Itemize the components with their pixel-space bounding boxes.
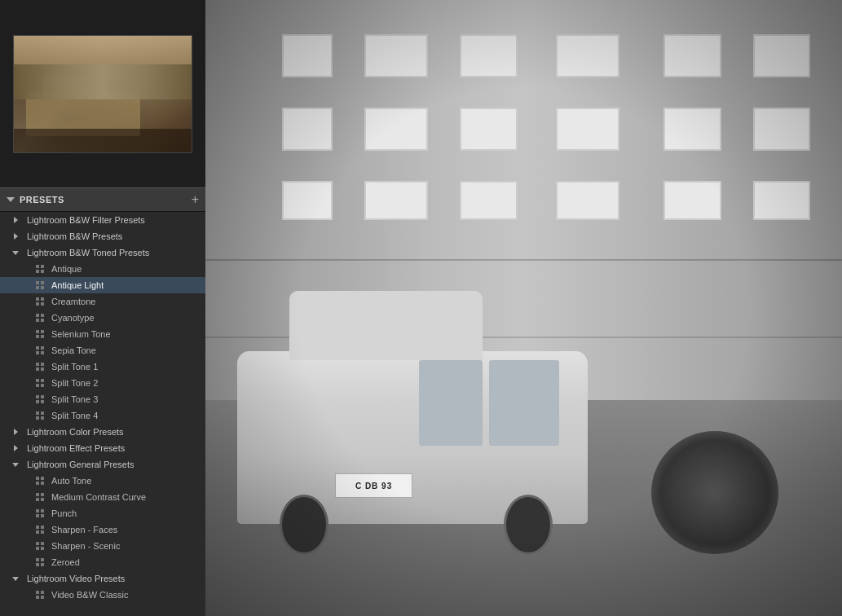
svg-rect-64 [36, 591, 39, 594]
tree-item-split-tone-2[interactable]: Split Tone 2 [0, 375, 205, 391]
svg-rect-9 [41, 297, 44, 301]
preset-icon [34, 329, 46, 339]
main-content: C DB 93 [205, 0, 842, 616]
tree-item-bw-presets[interactable]: Lightroom B&W Presets [0, 228, 205, 244]
window [460, 108, 517, 151]
window [753, 108, 810, 151]
tree-item-punch[interactable]: Punch [0, 505, 205, 521]
tree-preset-label: Split Tone 3 [48, 394, 98, 404]
svg-rect-36 [36, 411, 39, 415]
car-window-front [489, 360, 559, 447]
svg-rect-35 [41, 400, 44, 403]
svg-rect-43 [41, 482, 44, 485]
svg-rect-65 [41, 591, 44, 594]
tree-item-antique-light[interactable]: Antique Light [0, 277, 205, 293]
window [460, 34, 517, 77]
svg-rect-46 [36, 498, 39, 501]
window [282, 108, 333, 151]
preset-icon [34, 492, 46, 502]
tree-item-bw-filter[interactable]: Lightroom B&W Filter Presets [0, 212, 205, 228]
preset-icon [34, 345, 46, 355]
tree-item-video-presets[interactable]: Lightroom Video Presets [0, 570, 205, 587]
svg-rect-57 [41, 542, 44, 545]
svg-rect-19 [41, 335, 44, 338]
tree-preset-label: Selenium Tone [48, 329, 111, 339]
tree-item-auto-tone[interactable]: Auto Tone [0, 473, 205, 489]
tree-item-creamtone[interactable]: Creamtone [0, 293, 205, 310]
thumbnail-area [0, 0, 205, 187]
tree-preset-label: Sharpen - Faces [48, 525, 117, 535]
car-wheel-front [504, 495, 553, 555]
tree-item-video-bw-classic[interactable]: Video B&W Classic [0, 587, 205, 603]
svg-rect-3 [41, 270, 44, 273]
preset-icon [34, 590, 46, 600]
tree-preset-label: Creamtone [48, 297, 95, 306]
tree-toggle-icon [10, 247, 21, 258]
tree-item-split-tone-1[interactable]: Split Tone 1 [0, 359, 205, 375]
add-preset-button[interactable]: + [192, 193, 199, 206]
svg-rect-39 [41, 416, 44, 420]
svg-rect-26 [36, 367, 39, 371]
tree-toggle-icon [10, 442, 21, 454]
svg-rect-54 [36, 530, 39, 534]
tree-item-general-presets[interactable]: Lightroom General Presets [0, 456, 205, 473]
window [556, 181, 619, 220]
svg-rect-40 [36, 477, 39, 480]
preset-icon [34, 541, 46, 551]
svg-rect-60 [36, 558, 39, 561]
tree-preset-label: Cyanotype [48, 313, 95, 323]
tree-item-sharpen-scenic[interactable]: Sharpen - Scenic [0, 538, 205, 554]
sidebar: Presets + Lightroom B&W Filter PresetsLi… [0, 0, 205, 616]
tree-item-selenium-tone[interactable]: Selenium Tone [0, 326, 205, 342]
presets-tree: Lightroom B&W Filter PresetsLightroom B&… [0, 212, 205, 603]
svg-rect-24 [36, 363, 39, 366]
tree-item-split-tone-4[interactable]: Split Tone 4 [0, 407, 205, 424]
tree-item-sepia-tone[interactable]: Sepia Tone [0, 342, 205, 359]
tree-preset-label: Sharpen - Scenic [48, 541, 120, 551]
svg-rect-55 [41, 530, 44, 534]
svg-rect-41 [41, 477, 44, 480]
tree-item-effect-presets[interactable]: Lightroom Effect Presets [0, 440, 205, 456]
tree-item-split-tone-3[interactable]: Split Tone 3 [0, 391, 205, 407]
bw-photo: C DB 93 [205, 0, 842, 616]
svg-rect-33 [41, 395, 44, 398]
tree-item-color-presets[interactable]: Lightroom Color Presets [0, 424, 205, 440]
svg-rect-7 [41, 286, 44, 289]
preset-icon [34, 508, 46, 518]
panel-header-left: Presets [7, 195, 64, 205]
svg-rect-63 [41, 563, 44, 566]
svg-rect-29 [41, 379, 44, 382]
window [364, 34, 428, 77]
tree-item-cyanotype[interactable]: Cyanotype [0, 310, 205, 326]
svg-rect-62 [36, 563, 39, 566]
tree-group-label: Lightroom Effect Presets [24, 443, 125, 453]
car: C DB 93 [237, 351, 588, 524]
svg-rect-15 [41, 319, 44, 322]
window [753, 34, 810, 77]
window [663, 34, 721, 77]
window [364, 181, 428, 220]
tree-item-antique[interactable]: Antique [0, 261, 205, 277]
svg-rect-48 [36, 509, 39, 513]
tree-preset-label: Sepia Tone [48, 345, 96, 355]
tree-toggle-icon [10, 214, 21, 226]
tree-group-label: Lightroom B&W Filter Presets [24, 215, 145, 225]
tree-preset-label: Antique Light [48, 280, 104, 290]
svg-rect-28 [36, 379, 39, 382]
preset-icon [34, 394, 46, 404]
svg-rect-18 [36, 335, 39, 338]
svg-rect-11 [41, 302, 44, 306]
window [556, 108, 619, 151]
preset-icon [34, 264, 46, 274]
tree-item-zeroed[interactable]: Zeroed [0, 554, 205, 570]
presets-panel-header[interactable]: Presets + [0, 187, 205, 212]
svg-rect-17 [41, 330, 44, 333]
tree-item-sharpen-faces[interactable]: Sharpen - Faces [0, 521, 205, 538]
svg-rect-8 [36, 297, 39, 301]
tree-group-label: Lightroom General Presets [24, 460, 134, 469]
tree-item-medium-contrast[interactable]: Medium Contrast Curve [0, 489, 205, 505]
svg-rect-37 [41, 411, 44, 415]
svg-rect-10 [36, 302, 39, 306]
tree-item-bw-toned[interactable]: Lightroom B&W Toned Presets [0, 244, 205, 261]
svg-rect-23 [41, 351, 44, 354]
